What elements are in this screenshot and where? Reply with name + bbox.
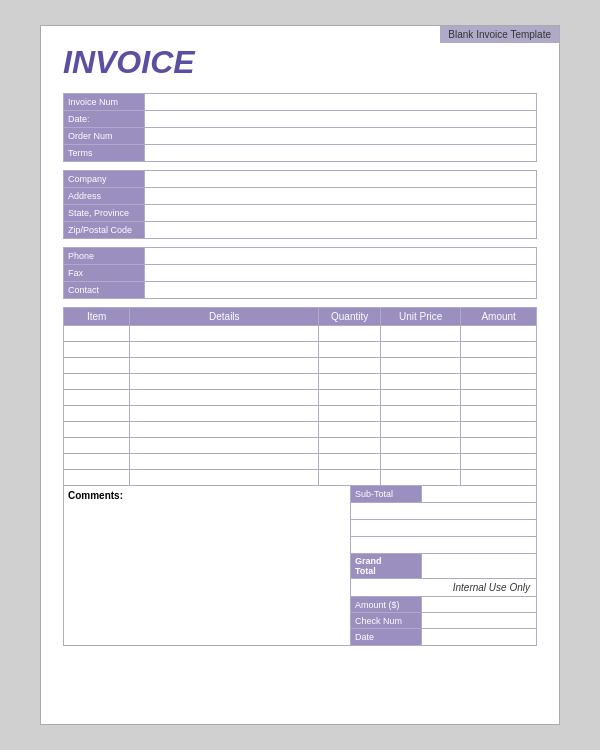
state-province-value[interactable] xyxy=(144,205,536,221)
comments-label: Comments: xyxy=(68,490,123,501)
grand-total-row: GrandTotal xyxy=(351,554,536,579)
table-cell[interactable] xyxy=(380,342,460,358)
totals-blank-row xyxy=(351,537,536,554)
table-cell[interactable] xyxy=(380,374,460,390)
table-cell[interactable] xyxy=(461,406,537,422)
info-row: Date: xyxy=(63,110,537,127)
table-cell[interactable] xyxy=(461,374,537,390)
payment-date-row: Date xyxy=(351,629,536,645)
table-cell[interactable] xyxy=(130,342,319,358)
table-cell[interactable] xyxy=(130,358,319,374)
date-value[interactable] xyxy=(144,111,536,127)
table-cell[interactable] xyxy=(130,470,319,486)
table-cell[interactable] xyxy=(319,374,380,390)
company-value[interactable] xyxy=(144,171,536,187)
table-row xyxy=(64,438,537,454)
info-row: Terms xyxy=(63,144,537,162)
totals-area: Sub-Total GrandTotal Internal Use Only xyxy=(351,486,536,645)
phone-value[interactable] xyxy=(144,248,536,264)
table-cell[interactable] xyxy=(319,438,380,454)
table-cell[interactable] xyxy=(64,374,130,390)
table-row xyxy=(64,374,537,390)
table-cell[interactable] xyxy=(130,326,319,342)
table-cell[interactable] xyxy=(130,454,319,470)
table-cell[interactable] xyxy=(319,454,380,470)
table-cell[interactable] xyxy=(319,342,380,358)
info-section-2: Company Address State, Province Zip/Post… xyxy=(63,170,537,239)
table-cell[interactable] xyxy=(380,390,460,406)
address-value[interactable] xyxy=(144,188,536,204)
comments-area: Comments: xyxy=(64,486,351,645)
table-cell[interactable] xyxy=(319,406,380,422)
table-cell[interactable] xyxy=(319,326,380,342)
col-header-item: Item xyxy=(64,308,130,326)
contact-value[interactable] xyxy=(144,282,536,298)
invoice-num-label: Invoice Num xyxy=(64,94,144,110)
zip-postal-value[interactable] xyxy=(144,222,536,238)
info-row: Phone xyxy=(63,247,537,264)
table-cell[interactable] xyxy=(461,326,537,342)
invoice-num-value[interactable] xyxy=(144,94,536,110)
info-row: Address xyxy=(63,187,537,204)
table-cell[interactable] xyxy=(380,326,460,342)
internal-use-label: Internal Use Only xyxy=(351,579,536,597)
table-cell[interactable] xyxy=(130,422,319,438)
table-cell[interactable] xyxy=(380,470,460,486)
totals-blank-row xyxy=(351,503,536,520)
table-cell[interactable] xyxy=(319,390,380,406)
table-cell[interactable] xyxy=(380,406,460,422)
table-cell[interactable] xyxy=(64,438,130,454)
table-cell[interactable] xyxy=(380,422,460,438)
terms-value[interactable] xyxy=(144,145,536,161)
table-cell[interactable] xyxy=(130,406,319,422)
check-num-label: Check Num xyxy=(351,613,421,628)
table-cell[interactable] xyxy=(461,454,537,470)
check-num-value[interactable] xyxy=(421,613,536,628)
table-cell[interactable] xyxy=(461,342,537,358)
info-section-3: Phone Fax Contact xyxy=(63,247,537,299)
info-row: Fax xyxy=(63,264,537,281)
info-row: Invoice Num xyxy=(63,93,537,110)
col-header-details: Details xyxy=(130,308,319,326)
table-header-row: Item Details Quantity Unit Price Amount xyxy=(64,308,537,326)
table-cell[interactable] xyxy=(319,422,380,438)
grand-total-value[interactable] xyxy=(421,554,536,578)
table-cell[interactable] xyxy=(64,342,130,358)
order-num-value[interactable] xyxy=(144,128,536,144)
table-cell[interactable] xyxy=(319,470,380,486)
table-cell[interactable] xyxy=(64,358,130,374)
sub-total-value[interactable] xyxy=(421,486,536,502)
table-cell[interactable] xyxy=(130,438,319,454)
table-cell[interactable] xyxy=(64,470,130,486)
table-cell[interactable] xyxy=(319,358,380,374)
grand-total-label: GrandTotal xyxy=(351,554,421,578)
fax-value[interactable] xyxy=(144,265,536,281)
table-cell[interactable] xyxy=(461,358,537,374)
table-cell[interactable] xyxy=(461,438,537,454)
table-cell[interactable] xyxy=(380,438,460,454)
col-header-quantity: Quantity xyxy=(319,308,380,326)
zip-postal-label: Zip/Postal Code xyxy=(64,222,144,238)
items-table: Item Details Quantity Unit Price Amount xyxy=(63,307,537,486)
table-cell[interactable] xyxy=(380,358,460,374)
totals-blank-row xyxy=(351,520,536,537)
table-cell[interactable] xyxy=(64,422,130,438)
amount-value[interactable] xyxy=(421,597,536,612)
payment-date-value[interactable] xyxy=(421,629,536,645)
table-cell[interactable] xyxy=(130,374,319,390)
terms-label: Terms xyxy=(64,145,144,161)
state-province-label: State, Province xyxy=(64,205,144,221)
table-cell[interactable] xyxy=(64,390,130,406)
table-cell[interactable] xyxy=(64,454,130,470)
col-header-unit-price: Unit Price xyxy=(380,308,460,326)
table-cell[interactable] xyxy=(380,454,460,470)
table-cell[interactable] xyxy=(461,470,537,486)
info-row: Company xyxy=(63,170,537,187)
table-row xyxy=(64,406,537,422)
table-cell[interactable] xyxy=(461,390,537,406)
col-header-amount: Amount xyxy=(461,308,537,326)
table-cell[interactable] xyxy=(461,422,537,438)
table-cell[interactable] xyxy=(64,406,130,422)
table-cell[interactable] xyxy=(130,390,319,406)
table-cell[interactable] xyxy=(64,326,130,342)
